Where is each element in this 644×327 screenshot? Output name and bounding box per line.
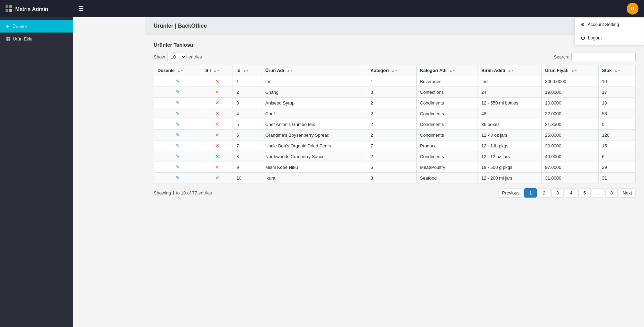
delete-button[interactable]: ✕ [215,89,219,95]
kategori-adi-cell: Beverages [416,76,478,87]
table-row: ✎ ✕ 2 Chang 3 Confections 24 19.0000 17 [154,87,636,98]
page-btn-ellipsis: ... [592,188,604,198]
page-btn-8[interactable]: 8 [605,188,618,198]
entries-label: entries [189,54,202,60]
delete-cell: ✕ [202,76,233,87]
kategori-adi-cell: Produce [416,140,478,151]
sidebar: Matrix Admin ⊞ Ürünler ▦ Ürün Ekle [0,0,73,327]
col-kategori: Kategori ▲▼ [367,65,416,76]
page-btn-1[interactable]: 1 [524,188,537,198]
stok-cell: 0 [598,119,635,130]
delete-button[interactable]: ✕ [215,100,219,106]
delete-cell: ✕ [202,173,233,183]
logo-cell-red [6,5,8,8]
table-header-row: Düzenle ▲▼ Sil ▲▼ Id ▲▼ Ürün Adı ▲▼ [154,65,636,76]
page-header: Ürünler | BackOffice [145,17,644,35]
urun-fiyati-cell: 97.0000 [542,162,599,173]
kategori-adi-cell: Condiments [416,151,478,162]
delete-cell: ✕ [202,119,233,130]
next-button[interactable]: Next [619,188,636,198]
show-label: Show [154,54,165,60]
edit-cell: ✎ [154,87,202,98]
page-btn-5[interactable]: 5 [578,188,591,198]
edit-button[interactable]: ✎ [176,79,180,84]
sort-kategori-adi[interactable]: ▲▼ [449,69,455,72]
edit-button[interactable]: ✎ [176,121,180,127]
sidebar-nav: ⊞ Ürünler ▦ Ürün Ekle [0,20,73,45]
sort-birim-adeti[interactable]: ▲▼ [508,69,514,72]
stok-cell: 53 [598,108,635,119]
hamburger-button[interactable]: ☰ [78,5,84,12]
sort-urun-adi[interactable]: ▲▼ [287,69,293,72]
gear-icon: ⚙ [581,22,585,27]
edit-cell: ✎ [154,108,202,119]
table-controls: Show 10 25 50 100 entries Search: [154,53,636,61]
id-cell: 8 [233,151,262,162]
account-setting-item[interactable]: ⚙ Account Setting [575,18,644,31]
page-btn-3[interactable]: 3 [551,188,564,198]
delete-button[interactable]: ✕ [215,132,219,138]
delete-button[interactable]: ✕ [215,111,219,116]
urun-fiyati-cell: 10.0000 [542,98,599,108]
table-body: ✎ ✕ 1 test 1 Beverages test 2000.0000 10… [154,76,636,183]
delete-button[interactable]: ✕ [215,175,219,181]
entries-select[interactable]: 10 25 50 100 [167,53,187,61]
edit-button[interactable]: ✎ [176,111,180,116]
delete-button[interactable]: ✕ [215,121,219,127]
page-btn-2[interactable]: 2 [538,188,550,198]
previous-button[interactable]: Previous [498,188,524,198]
search-input[interactable] [571,53,636,61]
topbar-left: ☰ [78,5,84,12]
table-row: ✎ ✕ 4 Chef 2 Condiments 48 22.0000 53 [154,108,636,119]
urun-adi-cell: Uncle Bob's Organic Dried Pears [262,140,367,151]
delete-button[interactable]: ✕ [215,79,219,84]
stok-cell: 31 [598,173,635,183]
edit-button[interactable]: ✎ [176,164,180,170]
id-cell: 9 [233,162,262,173]
edit-button[interactable]: ✎ [176,143,180,148]
col-birim-adeti: Birim Adeti ▲▼ [478,65,541,76]
urun-fiyati-cell: 25.0000 [542,130,599,140]
logout-label: Logout [588,35,602,40]
col-urun-fiyati: Ürün Fiyatı ▲▼ [542,65,599,76]
delete-button[interactable]: ✕ [215,164,219,170]
edit-button[interactable]: ✎ [176,154,180,159]
delete-cell: ✕ [202,162,233,173]
edit-cell: ✎ [154,140,202,151]
sort-kategori[interactable]: ▲▼ [391,69,398,72]
table-row: ✎ ✕ 3 Aniseed Syrup 2 Condiments 12 - 55… [154,98,636,108]
page-btn-4[interactable]: 4 [565,188,577,198]
delete-button[interactable]: ✕ [215,143,219,148]
sidebar-item-urunler[interactable]: ⊞ Ürünler [0,20,73,33]
table-row: ✎ ✕ 9 Mishi Kobe Niku 6 Meat/Poultry 18 … [154,162,636,173]
sidebar-item-urun-ekle[interactable]: ▦ Ürün Ekle [0,33,73,45]
id-cell: 2 [233,87,262,98]
birim-adeti-cell: 12 - 1 lb pkgs. [478,140,541,151]
id-cell: 6 [233,130,262,140]
sort-duzenle[interactable]: ▲▼ [177,69,183,72]
edit-button[interactable]: ✎ [176,132,180,138]
sort-urun-fiyati[interactable]: ▲▼ [571,69,578,72]
logo-grid [6,5,12,12]
table-row: ✎ ✕ 7 Uncle Bob's Organic Dried Pears 7 … [154,140,636,151]
col-id: Id ▲▼ [233,65,262,76]
edit-button[interactable]: ✎ [176,100,180,106]
logout-item[interactable]: ⏻ Logout [575,31,644,45]
table-head: Düzenle ▲▼ Sil ▲▼ Id ▲▼ Ürün Adı ▲▼ [154,65,636,76]
stok-cell: 15 [598,140,635,151]
table-section-title: Ürünler Tablosu [154,42,636,48]
stok-cell: 29 [598,162,635,173]
edit-button[interactable]: ✎ [176,89,180,95]
birim-adeti-cell: 24 [478,87,541,98]
table-row: ✎ ✕ 6 Grandma's Boysenberry Spread 2 Con… [154,130,636,140]
sort-sil[interactable]: ▲▼ [214,69,220,72]
user-avatar[interactable]: U [627,3,638,15]
sort-stok[interactable]: ▲▼ [614,69,620,72]
urun-adi-cell: Northwoods Cranberry Sauce [262,151,367,162]
sort-id[interactable]: ▲▼ [243,69,249,72]
edit-button[interactable]: ✎ [176,175,180,181]
sidebar-item-label: Ürün Ekle [13,36,33,42]
delete-button[interactable]: ✕ [215,154,219,159]
edit-cell: ✎ [154,130,202,140]
kategori-adi-cell: Condiments [416,108,478,119]
